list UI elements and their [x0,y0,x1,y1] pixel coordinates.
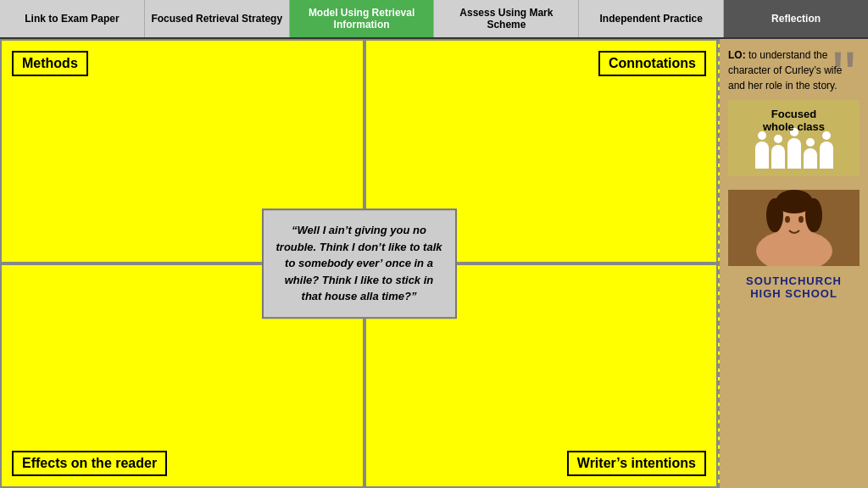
class-illustration [755,138,833,169]
school-logo: SOUTHCHURCH HIGH SCHOOL [728,274,860,300]
video-thumbnail-image [728,190,860,266]
nav-link-exam-paper[interactable]: Link to Exam Paper [0,0,145,37]
effects-label: Effects on the reader [12,451,167,476]
nav-focused-retrieval[interactable]: Focused Retrieval Strategy [145,0,290,37]
content-grid: Methods Connotations Effects on the read… [0,39,720,488]
svg-point-3 [785,216,790,223]
connotations-label: Connotations [598,51,706,76]
lo-prefix: LO: [728,49,746,61]
nav-reflection[interactable]: Reflection [724,0,868,37]
person-figure-5 [820,141,833,169]
person-figure-4 [804,148,817,169]
lo-description: to understand the character of Curley’s … [728,49,843,92]
person-figure-3 [787,138,801,169]
nav-assess-mark-scheme[interactable]: Assess Using Mark Scheme [434,0,579,37]
nav-independent-practice[interactable]: Independent Practice [579,0,724,37]
svg-point-6 [766,198,783,232]
writers-intentions-label: Writer’s intentions [567,451,706,476]
quote-text: “Well I ain’t giving you no trouble. Thi… [276,224,442,302]
quote-box: “Well I ain’t giving you no trouble. Thi… [262,208,457,319]
main-area: Methods Connotations Effects on the read… [0,39,868,488]
person-figure-2 [771,145,785,169]
navigation-bar: Link to Exam Paper Focused Retrieval Str… [0,0,868,39]
focused-label: Focusedwhole class [763,108,825,133]
video-thumbnail[interactable] [728,190,860,266]
sidebar: LO: to understand the character of Curle… [720,39,868,488]
quote-mark-decoration: " [832,49,856,103]
school-name-top: SOUTHCHURCH [728,274,860,287]
svg-point-4 [798,216,804,223]
svg-point-7 [805,198,822,232]
methods-label: Methods [12,51,88,76]
nav-model-retrieval[interactable]: Model Using Retrieval Information [290,0,435,37]
school-name-bottom: HIGH SCHOOL [728,287,860,300]
person-figure-1 [755,141,769,169]
